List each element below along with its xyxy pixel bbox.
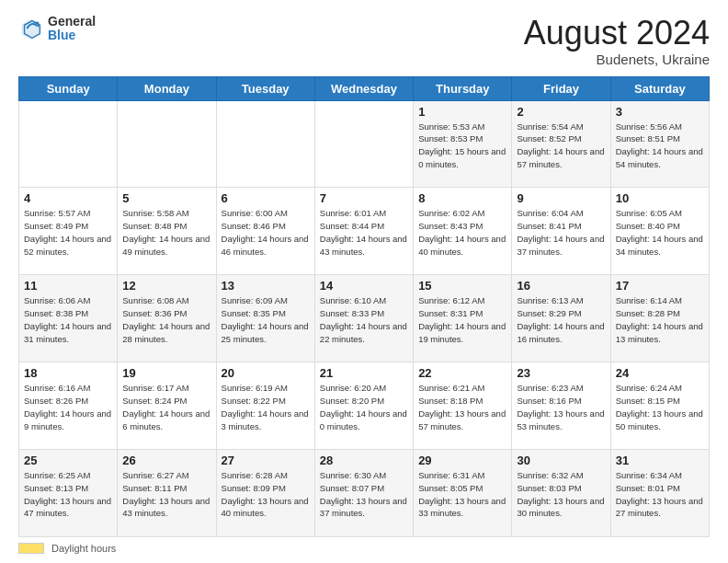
day-number: 22 xyxy=(418,366,506,380)
calendar-cell: 30Sunrise: 6:32 AM Sunset: 8:03 PM Dayli… xyxy=(512,450,610,537)
day-info: Sunrise: 6:27 AM Sunset: 8:11 PM Dayligh… xyxy=(122,469,210,520)
day-number: 18 xyxy=(24,366,112,380)
day-number: 19 xyxy=(122,366,210,380)
day-number: 9 xyxy=(517,191,605,205)
day-info: Sunrise: 6:12 AM Sunset: 8:31 PM Dayligh… xyxy=(418,294,506,345)
calendar-header-tuesday: Tuesday xyxy=(216,76,314,100)
calendar-header-row: SundayMondayTuesdayWednesdayThursdayFrid… xyxy=(19,76,710,100)
calendar-header-wednesday: Wednesday xyxy=(314,76,413,100)
calendar-week-2: 4Sunrise: 5:57 AM Sunset: 8:49 PM Daylig… xyxy=(19,188,710,275)
header: General Blue August 2024 Budenets, Ukrai… xyxy=(18,15,710,67)
day-info: Sunrise: 5:57 AM Sunset: 8:49 PM Dayligh… xyxy=(24,207,112,258)
calendar-cell: 28Sunrise: 6:30 AM Sunset: 8:07 PM Dayli… xyxy=(314,450,413,537)
calendar-cell: 18Sunrise: 6:16 AM Sunset: 8:26 PM Dayli… xyxy=(19,362,118,450)
day-number: 10 xyxy=(616,191,704,205)
calendar-header-thursday: Thursday xyxy=(414,76,512,100)
day-number: 11 xyxy=(24,279,112,293)
day-number: 6 xyxy=(222,191,310,205)
calendar-cell: 13Sunrise: 6:09 AM Sunset: 8:35 PM Dayli… xyxy=(216,275,314,362)
day-number: 21 xyxy=(320,366,408,380)
day-info: Sunrise: 6:00 AM Sunset: 8:46 PM Dayligh… xyxy=(222,207,310,258)
calendar-header-friday: Friday xyxy=(512,76,610,100)
day-info: Sunrise: 6:08 AM Sunset: 8:36 PM Dayligh… xyxy=(122,294,210,345)
footer: Daylight hours xyxy=(18,543,710,554)
calendar-cell: 27Sunrise: 6:28 AM Sunset: 8:09 PM Dayli… xyxy=(216,450,314,537)
day-number: 16 xyxy=(517,279,605,293)
day-number: 5 xyxy=(122,191,210,205)
day-number: 7 xyxy=(320,191,408,205)
day-info: Sunrise: 6:31 AM Sunset: 8:05 PM Dayligh… xyxy=(418,469,506,520)
calendar-cell: 15Sunrise: 6:12 AM Sunset: 8:31 PM Dayli… xyxy=(414,275,512,362)
calendar-cell: 4Sunrise: 5:57 AM Sunset: 8:49 PM Daylig… xyxy=(19,188,118,275)
day-info: Sunrise: 6:23 AM Sunset: 8:16 PM Dayligh… xyxy=(517,382,605,432)
logo-text: General Blue xyxy=(48,15,96,43)
month-title: August 2024 xyxy=(524,15,710,52)
day-info: Sunrise: 6:02 AM Sunset: 8:43 PM Dayligh… xyxy=(418,207,506,258)
page: General Blue August 2024 Budenets, Ukrai… xyxy=(0,0,728,563)
calendar-cell: 22Sunrise: 6:21 AM Sunset: 8:18 PM Dayli… xyxy=(414,362,512,450)
day-info: Sunrise: 6:13 AM Sunset: 8:29 PM Dayligh… xyxy=(517,294,605,345)
day-info: Sunrise: 6:05 AM Sunset: 8:40 PM Dayligh… xyxy=(616,207,704,258)
calendar-cell: 19Sunrise: 6:17 AM Sunset: 8:24 PM Dayli… xyxy=(118,362,216,450)
day-number: 27 xyxy=(222,454,310,467)
calendar-week-3: 11Sunrise: 6:06 AM Sunset: 8:38 PM Dayli… xyxy=(19,275,710,362)
calendar-cell: 9Sunrise: 6:04 AM Sunset: 8:41 PM Daylig… xyxy=(512,188,610,275)
calendar-cell: 20Sunrise: 6:19 AM Sunset: 8:22 PM Dayli… xyxy=(216,362,314,450)
logo-icon xyxy=(18,16,44,41)
calendar-header-sunday: Sunday xyxy=(19,76,118,100)
day-info: Sunrise: 5:58 AM Sunset: 8:48 PM Dayligh… xyxy=(122,207,210,258)
calendar-cell: 26Sunrise: 6:27 AM Sunset: 8:11 PM Dayli… xyxy=(118,450,216,537)
day-number: 20 xyxy=(222,366,310,380)
calendar-cell: 1Sunrise: 5:53 AM Sunset: 8:53 PM Daylig… xyxy=(414,100,512,188)
day-info: Sunrise: 6:34 AM Sunset: 8:01 PM Dayligh… xyxy=(616,469,704,520)
calendar-cell: 17Sunrise: 6:14 AM Sunset: 8:28 PM Dayli… xyxy=(610,275,709,362)
calendar-cell: 14Sunrise: 6:10 AM Sunset: 8:33 PM Dayli… xyxy=(314,275,413,362)
day-number: 17 xyxy=(616,279,704,293)
day-info: Sunrise: 6:01 AM Sunset: 8:44 PM Dayligh… xyxy=(320,207,408,258)
day-info: Sunrise: 6:25 AM Sunset: 8:13 PM Dayligh… xyxy=(24,469,112,520)
calendar-week-1: 1Sunrise: 5:53 AM Sunset: 8:53 PM Daylig… xyxy=(19,100,710,188)
day-number: 29 xyxy=(418,454,506,467)
day-info: Sunrise: 6:17 AM Sunset: 8:24 PM Dayligh… xyxy=(122,382,210,432)
calendar-cell: 8Sunrise: 6:02 AM Sunset: 8:43 PM Daylig… xyxy=(414,188,512,275)
logo-blue: Blue xyxy=(48,29,96,42)
legend-box xyxy=(18,543,44,554)
calendar-table: SundayMondayTuesdayWednesdayThursdayFrid… xyxy=(18,76,710,537)
calendar-cell: 3Sunrise: 5:56 AM Sunset: 8:51 PM Daylig… xyxy=(610,100,709,188)
day-info: Sunrise: 6:28 AM Sunset: 8:09 PM Dayligh… xyxy=(222,469,310,520)
calendar-header-monday: Monday xyxy=(118,76,216,100)
calendar-cell: 10Sunrise: 6:05 AM Sunset: 8:40 PM Dayli… xyxy=(610,188,709,275)
day-number: 13 xyxy=(222,279,310,293)
day-info: Sunrise: 6:16 AM Sunset: 8:26 PM Dayligh… xyxy=(24,382,112,432)
day-info: Sunrise: 5:54 AM Sunset: 8:52 PM Dayligh… xyxy=(517,121,605,171)
calendar-cell xyxy=(216,100,314,188)
calendar-cell xyxy=(314,100,413,188)
day-info: Sunrise: 6:04 AM Sunset: 8:41 PM Dayligh… xyxy=(517,207,605,258)
calendar-cell: 16Sunrise: 6:13 AM Sunset: 8:29 PM Dayli… xyxy=(512,275,610,362)
day-number: 28 xyxy=(320,454,408,467)
day-info: Sunrise: 6:21 AM Sunset: 8:18 PM Dayligh… xyxy=(418,382,506,432)
calendar-cell: 6Sunrise: 6:00 AM Sunset: 8:46 PM Daylig… xyxy=(216,188,314,275)
calendar-header-saturday: Saturday xyxy=(610,76,709,100)
day-info: Sunrise: 6:30 AM Sunset: 8:07 PM Dayligh… xyxy=(320,469,408,520)
day-info: Sunrise: 5:53 AM Sunset: 8:53 PM Dayligh… xyxy=(418,121,506,171)
calendar-cell xyxy=(19,100,118,188)
day-number: 3 xyxy=(616,105,704,119)
logo: General Blue xyxy=(18,15,96,43)
calendar-cell: 31Sunrise: 6:34 AM Sunset: 8:01 PM Dayli… xyxy=(610,450,709,537)
day-number: 15 xyxy=(418,279,506,293)
day-number: 26 xyxy=(122,454,210,467)
day-info: Sunrise: 6:14 AM Sunset: 8:28 PM Dayligh… xyxy=(616,294,704,345)
legend-label: Daylight hours xyxy=(51,543,116,554)
day-info: Sunrise: 6:09 AM Sunset: 8:35 PM Dayligh… xyxy=(222,294,310,345)
day-info: Sunrise: 6:32 AM Sunset: 8:03 PM Dayligh… xyxy=(517,469,605,520)
day-info: Sunrise: 6:06 AM Sunset: 8:38 PM Dayligh… xyxy=(24,294,112,345)
calendar-cell: 12Sunrise: 6:08 AM Sunset: 8:36 PM Dayli… xyxy=(118,275,216,362)
day-number: 25 xyxy=(24,454,112,467)
calendar-cell xyxy=(118,100,216,188)
day-info: Sunrise: 6:19 AM Sunset: 8:22 PM Dayligh… xyxy=(222,382,310,432)
title-block: August 2024 Budenets, Ukraine xyxy=(524,15,710,67)
logo-general: General xyxy=(48,15,96,29)
day-number: 23 xyxy=(517,366,605,380)
day-info: Sunrise: 6:24 AM Sunset: 8:15 PM Dayligh… xyxy=(616,382,704,432)
